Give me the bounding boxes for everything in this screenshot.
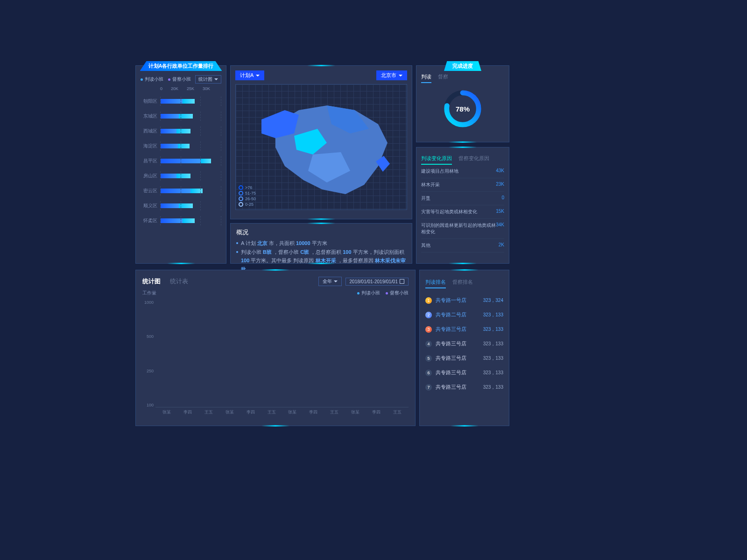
bars-region bbox=[155, 300, 409, 407]
reason-panel: 判读变化原因 督察变化原因 建设项目占用林地43K林木开采23K开垦0灾害等引起… bbox=[416, 147, 509, 264]
ranking-row: 昌平区 bbox=[141, 154, 221, 168]
chart-panel: 统计图 统计表 全年 2018/01/01-2019/01/01 工作量 判读小… bbox=[135, 270, 416, 426]
rank-value: 323，324 bbox=[483, 297, 503, 304]
dot-icon bbox=[386, 292, 388, 294]
overview-panel: 概况 A 计划 北京 市，共面积 10000 平方米 判读小班 B班 ，督察小班… bbox=[230, 223, 412, 264]
date-range-picker[interactable]: 2018/01/01-2019/01/01 bbox=[345, 278, 409, 286]
reason-value: 2K bbox=[499, 242, 504, 249]
ranking-axis: 0 20K 25K 30K bbox=[160, 86, 221, 91]
ranking-row: 海淀区 bbox=[141, 139, 221, 154]
rank-track bbox=[160, 186, 221, 196]
rank-badge: 6 bbox=[425, 370, 432, 376]
ring-icon bbox=[239, 185, 243, 190]
ranking-title: 计划A各行政单位工作量排行 bbox=[140, 61, 222, 71]
city-dropdown[interactable]: 北京市 bbox=[376, 70, 407, 80]
rank-bar bbox=[161, 129, 191, 133]
donut-percent: 78% bbox=[456, 105, 470, 113]
rank-bar bbox=[161, 218, 195, 223]
rank-label: 海淀区 bbox=[141, 143, 160, 149]
chart-tab-table[interactable]: 统计表 bbox=[170, 277, 188, 286]
rank-bar bbox=[161, 159, 211, 163]
ranklist-row[interactable]: 2 共专路二号店 323，133 bbox=[425, 308, 503, 322]
rank-name: 共专路三号店 bbox=[436, 355, 479, 362]
ranklist-row[interactable]: 6 共专路三号店 323，133 bbox=[425, 365, 503, 380]
rank-label: 东城区 bbox=[141, 113, 160, 119]
rank-track bbox=[160, 156, 221, 166]
ranklist-row[interactable]: 7 共专路三号店 323，133 bbox=[425, 380, 503, 394]
y-axis: 1000500250100 bbox=[142, 300, 155, 407]
overview-title: 概况 bbox=[236, 227, 406, 238]
ranklist-panel: 判读排名 督察排名 1 共专路一号店 323，324 2 共专路二号店 323，… bbox=[419, 270, 509, 426]
rank-value: 323，133 bbox=[483, 341, 503, 347]
ranking-panel: 计划A各行政单位工作量排行 判读小班 督察小班 统计图 0 20K 25K 30… bbox=[135, 65, 226, 264]
rank-name: 共专路三号店 bbox=[436, 384, 479, 391]
ranking-row: 朝阳区 bbox=[141, 94, 221, 109]
chart-header: 统计图 统计表 全年 2018/01/01-2019/01/01 bbox=[142, 277, 409, 286]
rank-track bbox=[160, 112, 221, 121]
tab-judge[interactable]: 判读 bbox=[421, 73, 431, 83]
map-area[interactable]: >7651-7526-500-25 bbox=[235, 84, 407, 210]
tab-inspect[interactable]: 督察 bbox=[438, 73, 448, 83]
x-tick-label: 李四 bbox=[368, 409, 385, 415]
ranklist-row[interactable]: 1 共专路一号店 323，324 bbox=[425, 293, 503, 308]
rank-value: 323，133 bbox=[483, 355, 503, 362]
ranking-view-selector[interactable]: 统计图 bbox=[195, 75, 221, 84]
reason-value: 15K bbox=[496, 209, 504, 215]
reason-name: 建设项目占用林地 bbox=[421, 168, 458, 175]
x-tick-label: 张某 bbox=[347, 409, 364, 415]
progress-tabs: 判读 督察 bbox=[421, 73, 504, 83]
map-legend-row: 0-25 bbox=[239, 202, 256, 207]
tab-inspect-rank[interactable]: 督察排名 bbox=[452, 279, 473, 288]
rank-value: 323，133 bbox=[483, 384, 503, 391]
rank-track bbox=[160, 216, 221, 225]
legend-label-2: 督察小班 bbox=[172, 76, 191, 83]
ranklist-row[interactable]: 3 共专路三号店 323，133 bbox=[425, 322, 503, 336]
rank-value: 323，133 bbox=[483, 326, 503, 333]
reason-value: 23K bbox=[496, 182, 504, 188]
rank-label: 西城区 bbox=[141, 128, 160, 134]
map-panel: 计划A 北京市 >7651-7526-500-25 bbox=[230, 65, 412, 219]
tab-inspect-reason[interactable]: 督察变化原因 bbox=[458, 155, 489, 165]
ranklist-row[interactable]: 4 共专路三号店 323，133 bbox=[425, 336, 503, 351]
rank-badge: 5 bbox=[425, 355, 432, 362]
x-tick-label: 张某 bbox=[221, 409, 238, 415]
reason-name: 灾害等引起地类或林相变化 bbox=[421, 209, 477, 215]
dot-icon bbox=[357, 292, 359, 294]
rank-bar bbox=[161, 203, 193, 208]
dot-icon bbox=[168, 78, 170, 81]
ranklist-row[interactable]: 5 共专路三号店 323，133 bbox=[425, 351, 503, 365]
bullet-icon bbox=[236, 251, 238, 253]
chart-tab-chart[interactable]: 统计图 bbox=[142, 277, 161, 286]
map-legend-row: 26-50 bbox=[239, 196, 256, 201]
tab-judge-rank[interactable]: 判读排名 bbox=[425, 279, 446, 288]
rank-track bbox=[160, 97, 221, 106]
chart-legend: 判读小班 督察小班 bbox=[142, 290, 409, 296]
rank-label: 朝阳区 bbox=[141, 98, 160, 105]
rank-bar bbox=[161, 114, 193, 119]
reason-list: 建设项目占用林地43K林木开采23K开垦0灾害等引起地类或林相变化15K可识别的… bbox=[421, 165, 504, 252]
reason-name: 林木开采 bbox=[421, 182, 440, 188]
reason-name: 其他 bbox=[421, 242, 430, 249]
legend-label-1: 判读小班 bbox=[145, 76, 163, 83]
map-legend-row: >76 bbox=[239, 185, 256, 190]
reason-row: 灾害等引起地类或林相变化15K bbox=[421, 205, 504, 219]
plan-dropdown[interactable]: 计划A bbox=[235, 70, 264, 80]
ranking-legend: 判读小班 督察小班 统计图 bbox=[141, 75, 221, 84]
tab-judge-reason[interactable]: 判读变化原因 bbox=[421, 155, 452, 165]
ranking-row: 西城区 bbox=[141, 124, 221, 139]
period-dropdown[interactable]: 全年 bbox=[318, 277, 342, 286]
chevron-down-icon bbox=[214, 78, 218, 80]
rank-value: 323，133 bbox=[483, 370, 503, 376]
rank-name: 共专路三号店 bbox=[436, 340, 479, 347]
map-legend: >7651-7526-500-25 bbox=[239, 184, 256, 207]
rank-value: 323，133 bbox=[483, 312, 503, 318]
x-tick-label: 李四 bbox=[242, 409, 259, 415]
reason-value: 34K bbox=[496, 222, 504, 235]
map-toolbar: 计划A 北京市 bbox=[235, 70, 407, 80]
ranklist-rows: 1 共专路一号店 323，324 2 共专路二号店 323，133 3 共专路三… bbox=[425, 293, 503, 394]
reason-row: 林木开采23K bbox=[421, 178, 504, 192]
ranking-row: 顺义区 bbox=[141, 198, 221, 213]
bullet-icon bbox=[236, 242, 238, 244]
rank-bar bbox=[161, 174, 191, 178]
chart-area: 1000500250100 bbox=[142, 300, 409, 407]
